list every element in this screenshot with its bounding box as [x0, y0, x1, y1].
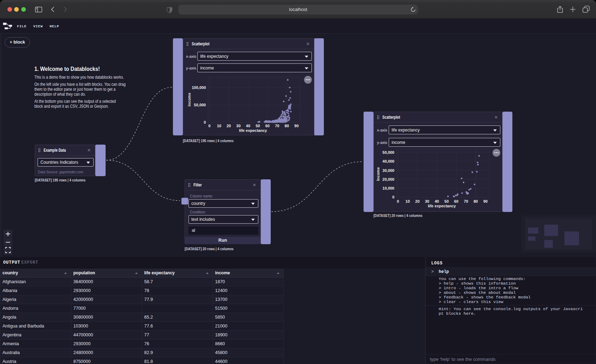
- svg-text:Income: Income: [376, 167, 380, 181]
- svg-text:40,000: 40,000: [382, 159, 394, 163]
- svg-text:30,000: 30,000: [382, 168, 394, 173]
- svg-text:50: 50: [255, 124, 260, 128]
- svg-text:30: 30: [425, 199, 429, 203]
- svg-text:0: 0: [208, 124, 210, 128]
- svg-text:0: 0: [204, 120, 206, 124]
- svg-text:30: 30: [236, 124, 241, 128]
- svg-text:0: 0: [392, 195, 394, 199]
- svg-text:life expectancy: life expectancy: [239, 128, 268, 133]
- svg-text:20: 20: [415, 199, 420, 203]
- svg-text:10,000: 10,000: [382, 186, 394, 190]
- svg-text:70: 70: [275, 124, 279, 128]
- svg-text:10: 10: [217, 124, 221, 128]
- svg-text:income: income: [187, 93, 191, 107]
- svg-text:80: 80: [473, 199, 478, 203]
- svg-text:90: 90: [294, 124, 299, 128]
- svg-text:80: 80: [285, 124, 289, 128]
- svg-text:0: 0: [397, 199, 399, 203]
- svg-text:life expectancy: life expectancy: [428, 204, 456, 208]
- svg-text:50: 50: [444, 199, 449, 203]
- svg-text:100,000: 100,000: [192, 85, 206, 90]
- svg-text:50,000: 50,000: [382, 150, 394, 155]
- svg-text:10: 10: [405, 199, 410, 203]
- svg-text:40: 40: [435, 199, 439, 203]
- svg-text:60: 60: [454, 199, 458, 203]
- svg-text:40: 40: [246, 124, 250, 128]
- svg-text:90: 90: [483, 199, 488, 203]
- svg-text:60: 60: [265, 124, 270, 128]
- svg-text:20: 20: [226, 124, 231, 128]
- svg-text:20,000: 20,000: [382, 177, 394, 181]
- svg-text:70: 70: [464, 199, 468, 203]
- svg-text:50,000: 50,000: [194, 103, 206, 107]
